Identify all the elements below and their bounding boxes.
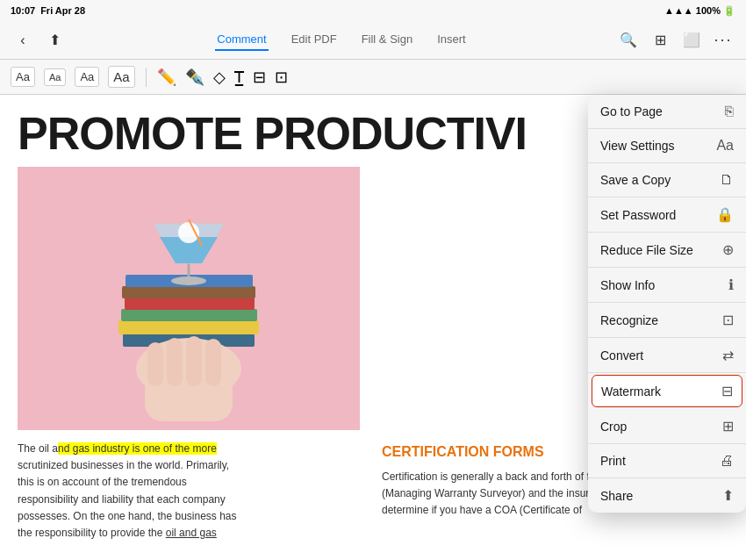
text-size-big-label: Aa xyxy=(108,66,134,88)
menu-item-reduce-file-size[interactable]: Reduce File Size ⊕ xyxy=(588,233,746,268)
text-icon: T̲ xyxy=(234,68,244,87)
text-tool[interactable]: T̲ xyxy=(234,68,244,87)
time-display: 10:07 xyxy=(11,5,35,16)
text-size-medium-label: Aa xyxy=(75,67,99,87)
underlined-text: oil and gas xyxy=(166,527,217,539)
date-display: Fri Apr 28 xyxy=(40,5,85,16)
eraser-icon: ◇ xyxy=(213,68,226,87)
battery-display: ▲▲▲ 100% 🔋 xyxy=(664,5,735,17)
menu-item-share[interactable]: Share ⬆ xyxy=(588,478,746,513)
tab-insert[interactable]: Insert xyxy=(435,29,468,51)
main-toolbar: ‹ ⬆ Comment Edit PDF Fill & Sign Insert … xyxy=(0,21,746,60)
menu-item-print[interactable]: Print 🖨 xyxy=(588,444,746,478)
back-button[interactable]: ‹ xyxy=(11,28,35,53)
reduce-file-size-label: Reduce File Size xyxy=(600,243,693,257)
menu-item-show-info[interactable]: Show Info ℹ xyxy=(588,268,746,303)
separator-1 xyxy=(146,68,147,87)
status-bar-left: 10:07 Fri Apr 28 xyxy=(11,5,85,16)
svg-rect-3 xyxy=(121,309,257,321)
tab-edit-pdf[interactable]: Edit PDF xyxy=(290,29,339,51)
svg-rect-9 xyxy=(147,342,163,386)
text-style-medium[interactable]: Aa xyxy=(75,67,99,87)
crop-label: Crop xyxy=(600,420,627,434)
svg-rect-4 xyxy=(125,298,255,310)
svg-rect-12 xyxy=(205,339,221,386)
underline-icon: ✒️ xyxy=(185,68,204,87)
more-options-button[interactable]: ··· xyxy=(711,28,735,53)
print-icon: 🖨 xyxy=(720,453,734,469)
save-copy-icon: 🗋 xyxy=(720,172,734,188)
text-after-highlight: scrutinized businesses in the world. Pri… xyxy=(18,459,237,539)
toolbar-right: 🔍 ⊞ ⬜ ··· xyxy=(616,28,735,53)
show-info-icon: ℹ xyxy=(728,276,734,293)
menu-item-go-to-page[interactable]: Go to Page ⎘ xyxy=(588,95,746,129)
highlighted-text: nd gas industry is one of the more xyxy=(58,442,217,455)
share-menu-icon: ⬆ xyxy=(722,487,734,504)
view-settings-icon: Aa xyxy=(716,138,734,154)
menu-item-recognize[interactable]: Recognize ⊡ xyxy=(588,303,746,338)
crop-icon: ⊞ xyxy=(722,418,734,434)
menu-item-set-password[interactable]: Set Password 🔒 xyxy=(588,197,746,233)
text-size-small-label: Aa xyxy=(44,68,66,86)
signature-icon: ⊡ xyxy=(275,68,288,87)
text-size-normal-label: Aa xyxy=(11,67,35,87)
stamp-tool[interactable]: ⊟ xyxy=(253,68,266,87)
svg-rect-2 xyxy=(118,320,259,334)
hand-books-illustration xyxy=(18,167,360,430)
watermark-label: Watermark xyxy=(601,384,661,398)
menu-item-crop[interactable]: Crop ⊞ xyxy=(588,409,746,444)
menu-item-save-copy[interactable]: Save a Copy 🗋 xyxy=(588,163,746,197)
convert-icon: ⇄ xyxy=(722,347,734,363)
search-icon-button[interactable]: 🔍 xyxy=(616,28,641,53)
view-settings-label: View Settings xyxy=(600,139,675,153)
highlight-icon: ✏️ xyxy=(157,68,176,87)
annotation-bar: Aa Aa Aa Aa ✏️ ✒️ ◇ T̲ ⊟ ⊡ xyxy=(0,60,746,95)
svg-rect-5 xyxy=(122,286,255,298)
signature-tool[interactable]: ⊡ xyxy=(275,68,288,87)
toolbar-tabs: Comment Edit PDF Fill & Sign Insert xyxy=(74,29,609,51)
share-toolbar-button[interactable]: ⬆ xyxy=(42,28,67,53)
convert-label: Convert xyxy=(600,348,643,363)
recognize-label: Recognize xyxy=(600,313,658,327)
image-placeholder xyxy=(18,167,360,430)
tab-comment[interactable]: Comment xyxy=(215,29,268,51)
stamp-icon: ⊟ xyxy=(253,68,266,87)
watermark-icon: ⊟ xyxy=(721,383,733,399)
pdf-text-left: The oil and gas industry is one of the m… xyxy=(18,441,364,542)
save-copy-label: Save a Copy xyxy=(600,173,671,187)
main-area: PROMOTE PRODUCTIVI xyxy=(0,95,746,560)
menu-item-convert[interactable]: Convert ⇄ xyxy=(588,338,746,373)
text-style-big[interactable]: Aa xyxy=(108,66,134,88)
print-label: Print xyxy=(600,454,626,468)
dropdown-menu: Go to Page ⎘ View Settings Aa Save a Cop… xyxy=(588,95,746,513)
eraser-tool[interactable]: ◇ xyxy=(213,68,226,87)
status-bar-right: ▲▲▲ 100% 🔋 xyxy=(664,5,735,17)
svg-rect-10 xyxy=(167,338,183,386)
share-label: Share xyxy=(600,489,633,503)
tab-fill-sign[interactable]: Fill & Sign xyxy=(360,29,415,51)
text-style-normal[interactable]: Aa xyxy=(11,67,35,87)
text-before-highlight: The oil a xyxy=(18,442,58,455)
menu-item-watermark[interactable]: Watermark ⊟ xyxy=(592,375,742,407)
go-to-page-label: Go to Page xyxy=(600,104,663,118)
highlight-tool[interactable]: ✏️ xyxy=(157,68,176,87)
go-to-page-icon: ⎘ xyxy=(725,104,734,119)
show-info-label: Show Info xyxy=(600,278,655,292)
pdf-image xyxy=(18,167,360,430)
recognize-icon: ⊡ xyxy=(722,312,734,328)
toolbar-left: ‹ ⬆ xyxy=(11,28,67,53)
svg-point-14 xyxy=(171,276,206,285)
display-mode-button[interactable]: ⬜ xyxy=(679,28,704,53)
underline-tool[interactable]: ✒️ xyxy=(185,68,204,87)
menu-item-view-settings[interactable]: View Settings Aa xyxy=(588,129,746,163)
set-password-icon: 🔒 xyxy=(716,206,734,223)
status-bar: 10:07 Fri Apr 28 ▲▲▲ 100% 🔋 xyxy=(0,0,746,21)
set-password-label: Set Password xyxy=(600,208,676,222)
svg-rect-11 xyxy=(186,336,202,386)
text-style-small[interactable]: Aa xyxy=(44,68,66,86)
grid-view-button[interactable]: ⊞ xyxy=(648,28,672,53)
reduce-file-size-icon: ⊕ xyxy=(722,241,734,258)
